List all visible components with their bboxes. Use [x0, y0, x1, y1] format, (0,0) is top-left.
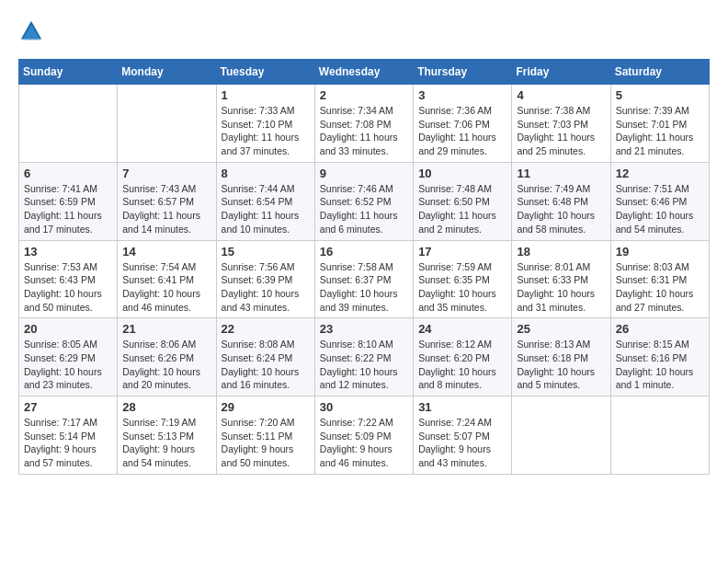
- calendar-cell: 17Sunrise: 7:59 AMSunset: 6:35 PMDayligh…: [414, 240, 512, 318]
- calendar-cell: 30Sunrise: 7:22 AMSunset: 5:09 PMDayligh…: [314, 396, 413, 475]
- day-info: Sunrise: 8:12 AMSunset: 6:20 PMDaylight:…: [418, 338, 506, 392]
- calendar-cell: 14Sunrise: 7:54 AMSunset: 6:41 PMDayligh…: [118, 240, 216, 318]
- day-number: 3: [418, 88, 506, 102]
- calendar-cell: 28Sunrise: 7:19 AMSunset: 5:13 PMDayligh…: [118, 396, 216, 475]
- day-number: 24: [418, 322, 506, 336]
- calendar-cell: 9Sunrise: 7:46 AMSunset: 6:52 PMDaylight…: [314, 162, 413, 240]
- calendar-cell: 18Sunrise: 8:01 AMSunset: 6:33 PMDayligh…: [512, 240, 610, 318]
- day-info: Sunrise: 8:01 AMSunset: 6:33 PMDaylight:…: [517, 260, 605, 315]
- calendar-cell: 21Sunrise: 8:06 AMSunset: 6:26 PMDayligh…: [118, 318, 216, 396]
- day-number: 17: [418, 245, 506, 259]
- day-info: Sunrise: 7:58 AMSunset: 6:37 PMDaylight:…: [320, 260, 408, 315]
- day-number: 12: [616, 167, 704, 180]
- calendar-header-row: SundayMondayTuesdayWednesdayThursdayFrid…: [19, 60, 710, 85]
- day-number: 31: [418, 400, 506, 414]
- day-number: 26: [616, 322, 704, 336]
- calendar-cell: 15Sunrise: 7:56 AMSunset: 6:39 PMDayligh…: [216, 240, 314, 318]
- day-info: Sunrise: 8:10 AMSunset: 6:22 PMDaylight:…: [320, 338, 408, 392]
- day-info: Sunrise: 7:44 AMSunset: 6:54 PMDaylight:…: [222, 182, 310, 236]
- day-info: Sunrise: 7:19 AMSunset: 5:13 PMDaylight:…: [122, 416, 210, 470]
- day-number: 1: [222, 88, 310, 102]
- calendar-cell: 27Sunrise: 7:17 AMSunset: 5:14 PMDayligh…: [19, 396, 118, 475]
- day-info: Sunrise: 7:49 AMSunset: 6:48 PMDaylight:…: [517, 182, 605, 236]
- day-number: 5: [616, 88, 704, 102]
- calendar-cell: [512, 396, 610, 475]
- day-number: 18: [517, 245, 605, 259]
- calendar-cell: 19Sunrise: 8:03 AMSunset: 6:31 PMDayligh…: [610, 240, 709, 318]
- calendar-cell: 1Sunrise: 7:33 AMSunset: 7:10 PMDaylight…: [216, 85, 314, 163]
- calendar-cell: 29Sunrise: 7:20 AMSunset: 5:11 PMDayligh…: [216, 396, 314, 475]
- day-info: Sunrise: 8:06 AMSunset: 6:26 PMDaylight:…: [122, 338, 210, 392]
- calendar-week-row: 20Sunrise: 8:05 AMSunset: 6:29 PMDayligh…: [19, 318, 710, 396]
- day-number: 21: [122, 322, 210, 336]
- day-number: 10: [418, 167, 506, 180]
- day-number: 2: [320, 88, 408, 102]
- day-number: 14: [122, 245, 210, 259]
- calendar-cell: 3Sunrise: 7:36 AMSunset: 7:06 PMDaylight…: [414, 85, 512, 163]
- day-number: 8: [222, 167, 310, 180]
- weekday-header: Sunday: [19, 60, 118, 85]
- logo: [18, 18, 50, 44]
- calendar-week-row: 6Sunrise: 7:41 AMSunset: 6:59 PMDaylight…: [19, 162, 710, 240]
- calendar-cell: 31Sunrise: 7:24 AMSunset: 5:07 PMDayligh…: [414, 396, 512, 475]
- calendar-cell: 8Sunrise: 7:44 AMSunset: 6:54 PMDaylight…: [216, 162, 314, 240]
- day-number: 30: [320, 400, 408, 414]
- day-number: 28: [122, 400, 210, 414]
- calendar-week-row: 27Sunrise: 7:17 AMSunset: 5:14 PMDayligh…: [19, 396, 710, 475]
- day-info: Sunrise: 8:13 AMSunset: 6:18 PMDaylight:…: [517, 338, 605, 392]
- weekday-header: Saturday: [610, 60, 709, 85]
- calendar-cell: 24Sunrise: 8:12 AMSunset: 6:20 PMDayligh…: [414, 318, 512, 396]
- calendar-cell: 12Sunrise: 7:51 AMSunset: 6:46 PMDayligh…: [610, 162, 709, 240]
- day-number: 9: [320, 167, 408, 180]
- day-number: 13: [24, 245, 112, 259]
- day-info: Sunrise: 7:43 AMSunset: 6:57 PMDaylight:…: [122, 182, 210, 236]
- day-number: 23: [320, 322, 408, 336]
- calendar-cell: 23Sunrise: 8:10 AMSunset: 6:22 PMDayligh…: [314, 318, 413, 396]
- day-info: Sunrise: 7:53 AMSunset: 6:43 PMDaylight:…: [24, 260, 112, 315]
- day-info: Sunrise: 7:41 AMSunset: 6:59 PMDaylight:…: [24, 182, 112, 236]
- calendar-cell: 16Sunrise: 7:58 AMSunset: 6:37 PMDayligh…: [314, 240, 413, 318]
- calendar-cell: 5Sunrise: 7:39 AMSunset: 7:01 PMDaylight…: [610, 85, 709, 163]
- day-number: 27: [24, 400, 112, 414]
- day-number: 16: [320, 245, 408, 259]
- day-number: 11: [517, 167, 605, 180]
- day-info: Sunrise: 8:15 AMSunset: 6:16 PMDaylight:…: [616, 338, 704, 392]
- calendar-table: SundayMondayTuesdayWednesdayThursdayFrid…: [18, 59, 710, 475]
- calendar-cell: 22Sunrise: 8:08 AMSunset: 6:24 PMDayligh…: [216, 318, 314, 396]
- day-number: 6: [24, 167, 112, 180]
- calendar-cell: 26Sunrise: 8:15 AMSunset: 6:16 PMDayligh…: [610, 318, 709, 396]
- logo-icon: [18, 18, 44, 44]
- calendar-cell: 4Sunrise: 7:38 AMSunset: 7:03 PMDaylight…: [512, 85, 610, 163]
- day-info: Sunrise: 7:34 AMSunset: 7:08 PMDaylight:…: [320, 104, 408, 158]
- weekday-header: Monday: [118, 60, 216, 85]
- calendar-cell: 25Sunrise: 8:13 AMSunset: 6:18 PMDayligh…: [512, 318, 610, 396]
- day-number: 7: [122, 167, 210, 180]
- day-number: 4: [517, 88, 605, 102]
- calendar-cell: [19, 85, 118, 163]
- day-info: Sunrise: 7:46 AMSunset: 6:52 PMDaylight:…: [320, 182, 408, 236]
- day-info: Sunrise: 8:08 AMSunset: 6:24 PMDaylight:…: [222, 338, 310, 392]
- day-info: Sunrise: 7:38 AMSunset: 7:03 PMDaylight:…: [517, 104, 605, 158]
- day-info: Sunrise: 7:33 AMSunset: 7:10 PMDaylight:…: [222, 104, 310, 158]
- weekday-header: Tuesday: [216, 60, 314, 85]
- day-number: 22: [222, 322, 310, 336]
- day-number: 25: [517, 322, 605, 336]
- weekday-header: Thursday: [414, 60, 512, 85]
- calendar-cell: 13Sunrise: 7:53 AMSunset: 6:43 PMDayligh…: [19, 240, 118, 318]
- day-info: Sunrise: 7:17 AMSunset: 5:14 PMDaylight:…: [24, 416, 112, 470]
- day-info: Sunrise: 7:24 AMSunset: 5:07 PMDaylight:…: [418, 416, 506, 470]
- day-info: Sunrise: 7:22 AMSunset: 5:09 PMDaylight:…: [320, 416, 408, 470]
- day-info: Sunrise: 7:39 AMSunset: 7:01 PMDaylight:…: [616, 104, 704, 158]
- day-info: Sunrise: 8:03 AMSunset: 6:31 PMDaylight:…: [616, 260, 704, 315]
- day-info: Sunrise: 7:36 AMSunset: 7:06 PMDaylight:…: [418, 104, 506, 158]
- weekday-header: Wednesday: [314, 60, 413, 85]
- calendar-cell: 20Sunrise: 8:05 AMSunset: 6:29 PMDayligh…: [19, 318, 118, 396]
- day-number: 29: [222, 400, 310, 414]
- calendar-cell: [118, 85, 216, 163]
- calendar-cell: 10Sunrise: 7:48 AMSunset: 6:50 PMDayligh…: [414, 162, 512, 240]
- calendar-cell: 2Sunrise: 7:34 AMSunset: 7:08 PMDaylight…: [314, 85, 413, 163]
- day-info: Sunrise: 7:51 AMSunset: 6:46 PMDaylight:…: [616, 182, 704, 236]
- day-number: 19: [616, 245, 704, 259]
- day-info: Sunrise: 7:56 AMSunset: 6:39 PMDaylight:…: [222, 260, 310, 315]
- day-info: Sunrise: 8:05 AMSunset: 6:29 PMDaylight:…: [24, 338, 112, 392]
